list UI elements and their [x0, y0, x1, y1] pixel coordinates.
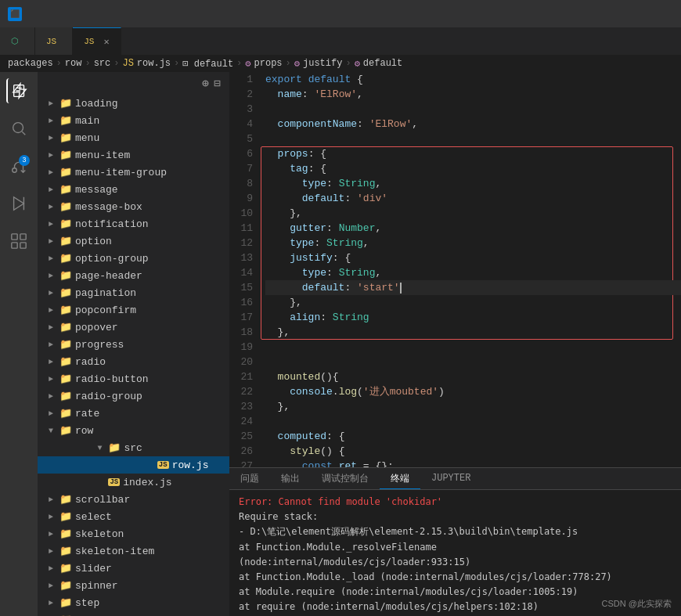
code-line-11: gutter: Number,: [265, 221, 681, 236]
sidebar-item-radio-group[interactable]: ►📁radio-group: [38, 387, 229, 405]
tree-arrow: ►: [49, 117, 59, 125]
panel-tab-输出[interactable]: 输出: [270, 468, 311, 489]
tree-arrow: ▼: [97, 444, 108, 452]
folder-icon: 📁: [59, 286, 72, 299]
new-file-icon[interactable]: ⊕: [202, 77, 209, 90]
sidebar-item-radio-button[interactable]: ►📁radio-button: [38, 370, 229, 387]
sidebar-item-index.js[interactable]: JSindex.js: [38, 474, 229, 491]
sidebar-item-skeleton[interactable]: ►📁skeleton: [38, 525, 229, 542]
sidebar-item-row[interactable]: ▼📁row: [38, 422, 229, 439]
code-line-3: [265, 102, 681, 117]
main-area: 3 ⊕ ⊟ ►📁loading►📁main►📁menu►�: [0, 72, 681, 616]
sidebar-item-radio[interactable]: ►📁radio: [38, 353, 229, 370]
title-bar: ⬛: [0, 0, 681, 27]
sidebar-item-option[interactable]: ►📁option: [38, 232, 229, 250]
code-line-21: mounted(){: [265, 369, 681, 384]
sidebar-item-menu[interactable]: ►📁menu: [38, 129, 229, 146]
sidebar-item-loading[interactable]: ►📁loading: [38, 95, 229, 112]
file-explorer: ⊕ ⊟ ►📁loading►📁main►📁menu►📁menu-item►📁me…: [38, 72, 229, 616]
tab-row-js[interactable]: JS ✕: [73, 27, 121, 55]
sidebar-item-main[interactable]: ►📁main: [38, 112, 229, 129]
sidebar-item-message-box[interactable]: ►📁message-box: [38, 198, 229, 215]
tab-play-js[interactable]: JS: [35, 27, 73, 55]
panel-tab-终端[interactable]: 终端: [380, 468, 420, 489]
folder-icon: 📁: [59, 131, 72, 144]
code-line-9: default: 'div': [265, 191, 681, 206]
code-line-22: console.log('进入moubted'): [265, 384, 681, 399]
code-line-13: justify: {: [265, 250, 681, 265]
tree-arrow: ►: [49, 564, 59, 573]
folder-icon: 📁: [59, 510, 72, 523]
code-line-23: },: [265, 399, 681, 414]
svg-marker-6: [14, 197, 24, 211]
folder-icon: 📁: [59, 235, 72, 247]
tab-close-button[interactable]: ✕: [103, 36, 109, 48]
code-line-20: [265, 355, 681, 369]
sidebar-item-spinner[interactable]: ►📁spinner: [38, 577, 229, 594]
folder-icon: 📁: [59, 596, 72, 609]
code-lines[interactable]: export default { name: 'ElRow', componen…: [262, 72, 681, 467]
code-line-7: tag: {: [265, 161, 681, 176]
sidebar-item-option-group[interactable]: ►📁option-group: [38, 250, 229, 267]
sidebar-item-skeleton-item[interactable]: ►📁skeleton-item: [38, 542, 229, 560]
tree-arrow: ►: [49, 99, 59, 108]
code-line-18: },: [265, 325, 681, 340]
svg-rect-8: [12, 234, 17, 240]
tree-arrow: ►: [49, 151, 59, 160]
sidebar-item-page-header[interactable]: ►📁page-header: [38, 267, 229, 284]
sidebar-item-scrollbar[interactable]: ►📁scrollbar: [38, 491, 229, 508]
source-control-badge: 3: [19, 155, 30, 166]
sidebar-item-menu-item[interactable]: ►📁menu-item: [38, 146, 229, 164]
sidebar-item-rate[interactable]: ►📁rate: [38, 405, 229, 422]
editor-area: 1234567891011121314151617181920212223242…: [229, 72, 681, 616]
sidebar-item-steps[interactable]: ►📁steps: [38, 611, 229, 616]
sidebar-item-slider[interactable]: ►📁slider: [38, 560, 229, 577]
code-area[interactable]: 1234567891011121314151617181920212223242…: [229, 72, 681, 467]
sidebar-item-row.js[interactable]: JSrow.js: [38, 456, 229, 474]
tree-arrow: ►: [49, 392, 59, 401]
extensions-icon[interactable]: [6, 229, 31, 254]
svg-rect-9: [20, 234, 26, 240]
sidebar-item-src[interactable]: ▼📁src: [38, 439, 229, 456]
folder-icon: 📁: [59, 321, 72, 333]
collapse-icon[interactable]: ⊟: [214, 77, 222, 90]
tree-arrow: ►: [49, 530, 59, 539]
editor-tabs: ⬡ JS JS ✕: [0, 27, 681, 55]
sidebar-item-menu-item-group[interactable]: ►📁menu-item-group: [38, 164, 229, 181]
panel-tab-问题[interactable]: 问题: [229, 468, 270, 489]
folder-icon: 📁: [59, 200, 72, 213]
tree-arrow: ▼: [49, 427, 59, 435]
svg-line-2: [22, 131, 25, 135]
terminal-line: at Function.Module._load (node:internal/…: [239, 570, 672, 585]
terminal-output[interactable]: Error: Cannot find module 'chokidar'Requ…: [229, 490, 681, 616]
folder-icon: 📁: [59, 390, 72, 402]
folder-icon: 📁: [59, 304, 72, 316]
code-line-16: },: [265, 295, 681, 310]
sidebar-item-message[interactable]: ►📁message: [38, 181, 229, 198]
folder-icon: 📁: [59, 355, 72, 368]
sidebar-item-popover[interactable]: ►📁popover: [38, 319, 229, 336]
sidebar-item-step[interactable]: ►📁step: [38, 594, 229, 611]
panel-tab-调试控制台[interactable]: 调试控制台: [311, 468, 380, 489]
sidebar-item-popconfirm[interactable]: ►📁popconfirm: [38, 301, 229, 319]
run-icon[interactable]: [6, 191, 31, 216]
sidebar-item-select[interactable]: ►📁select: [38, 508, 229, 525]
sidebar-item-notification[interactable]: ►📁notification: [38, 215, 229, 232]
sidebar-item-progress[interactable]: ►📁progress: [38, 336, 229, 353]
tab-app-vue[interactable]: ⬡: [0, 27, 35, 55]
folder-icon: 📁: [59, 252, 72, 265]
terminal-line: Error: Cannot find module 'chokidar': [239, 495, 672, 510]
line-numbers: 1234567891011121314151617181920212223242…: [229, 72, 262, 467]
sidebar-item-pagination[interactable]: ►📁pagination: [38, 284, 229, 301]
code-line-4: componentName: 'ElRow',: [265, 117, 681, 131]
tree-arrow: ►: [49, 134, 59, 142]
search-icon[interactable]: [6, 116, 31, 141]
panel-tabs: 问题输出调试控制台终端JUPYTER: [229, 468, 681, 490]
folder-icon: 📁: [59, 218, 72, 230]
explorer-icon[interactable]: [6, 78, 31, 103]
panel-tab-jupyter[interactable]: JUPYTER: [420, 468, 481, 489]
code-line-25: computed: {: [265, 429, 681, 444]
terminal-line: Require stack:: [239, 510, 672, 524]
folder-icon: 📁: [108, 441, 121, 454]
source-control-icon[interactable]: 3: [6, 153, 31, 178]
